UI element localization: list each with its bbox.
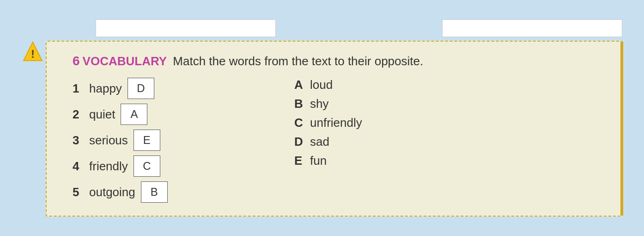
item-word-5: outgoing — [89, 185, 135, 199]
list-item: 4 friendly C — [73, 155, 230, 177]
svg-text:!: ! — [31, 48, 35, 60]
option-row: C unfriendly — [294, 116, 362, 130]
item-word-3: serious — [89, 133, 128, 148]
right-column: A loud B shy C unfriendly D sad E — [294, 78, 362, 203]
option-letter-b: B — [294, 97, 305, 111]
list-item: 1 happy D — [73, 78, 230, 99]
item-number-4: 4 — [73, 159, 85, 174]
option-word-d: sad — [310, 135, 329, 149]
vocab-label: VOCABULARY — [83, 54, 167, 68]
item-word-1: happy — [89, 81, 122, 96]
option-row: B shy — [294, 97, 362, 111]
item-number-5: 5 — [73, 185, 85, 199]
option-word-c: unfriendly — [310, 116, 362, 130]
item-number-2: 2 — [73, 107, 85, 122]
exercise-instruction: Match the words from the text to their o… — [173, 54, 423, 68]
exercise-header: 6VOCABULARY Match the words from the tex… — [73, 53, 607, 69]
option-row: D sad — [294, 135, 362, 149]
option-letter-a: A — [294, 78, 305, 92]
answer-box-1[interactable]: D — [128, 78, 154, 99]
right-border-indicator — [620, 42, 623, 216]
item-word-4: friendly — [89, 159, 128, 174]
page-wrapper: ! 6VOCABULARY Match the words from the t… — [22, 15, 622, 221]
option-letter-d: D — [294, 135, 305, 149]
list-item: 2 quiet A — [73, 104, 230, 125]
option-row: A loud — [294, 78, 362, 92]
exercise-number: 6 — [73, 54, 80, 68]
top-inputs-row — [22, 19, 622, 37]
answer-box-4[interactable]: C — [134, 155, 160, 177]
items-container: 1 happy D 2 quiet A 3 serious E 4 friend… — [73, 78, 607, 203]
option-word-e: fun — [310, 154, 327, 168]
item-number-1: 1 — [73, 81, 85, 96]
item-number-3: 3 — [73, 133, 85, 148]
list-item: 3 serious E — [73, 130, 230, 151]
warning-icon: ! — [22, 40, 44, 62]
option-row: E fun — [294, 154, 362, 168]
left-column: 1 happy D 2 quiet A 3 serious E 4 friend… — [73, 78, 230, 203]
top-input-left[interactable] — [96, 19, 276, 37]
option-letter-e: E — [294, 154, 305, 168]
answer-box-5[interactable]: B — [141, 181, 168, 203]
exercise-card: 6VOCABULARY Match the words from the tex… — [46, 41, 622, 217]
answer-box-3[interactable]: E — [134, 130, 160, 151]
option-word-a: loud — [310, 78, 333, 92]
option-letter-c: C — [294, 116, 305, 130]
list-item: 5 outgoing B — [73, 181, 230, 203]
option-word-b: shy — [310, 97, 328, 111]
item-word-2: quiet — [89, 107, 115, 122]
top-input-right[interactable] — [442, 19, 622, 37]
answer-box-2[interactable]: A — [121, 104, 147, 125]
